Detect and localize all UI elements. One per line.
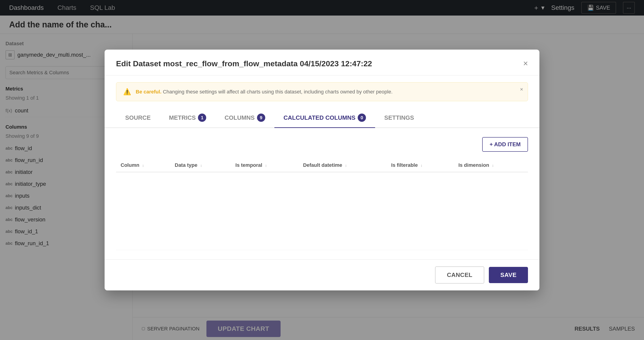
col-header-temporal: Is temporal ↕: [231, 159, 299, 172]
tab-metrics[interactable]: METRICS 1: [160, 108, 215, 128]
add-item-button[interactable]: + ADD ITEM: [482, 137, 528, 152]
alert-text: Be careful. Changing these settings will…: [136, 88, 392, 96]
warning-icon: ⚠️: [123, 88, 131, 96]
sort-icon: ↕: [200, 164, 202, 168]
modal-tabs: SOURCE METRICS 1 COLUMNS 9 CALCULATED CO…: [104, 108, 540, 128]
sort-icon: ↕: [492, 164, 494, 168]
edit-dataset-modal: Edit Dataset most_rec_flow_from_flow_met…: [104, 50, 540, 290]
col-header-filterable: Is filterable ↕: [386, 159, 454, 172]
modal-overlay: Edit Dataset most_rec_flow_from_flow_met…: [0, 0, 644, 340]
col-header-column: Column ↕: [116, 159, 170, 172]
metrics-badge: 1: [198, 114, 206, 122]
sort-icon: ↕: [421, 164, 422, 168]
modal-header: Edit Dataset most_rec_flow_from_flow_met…: [104, 50, 540, 75]
modal-footer: CANCEL SAVE: [104, 259, 540, 290]
calculated-columns-badge: 0: [358, 114, 366, 122]
sort-icon: ↕: [345, 164, 347, 168]
tab-columns[interactable]: COLUMNS 9: [215, 108, 274, 128]
col-header-datatype: Data type ↕: [170, 159, 231, 172]
tab-settings[interactable]: SETTINGS: [375, 109, 423, 128]
alert-banner: ⚠️ Be careful. Changing these settings w…: [116, 82, 528, 101]
tab-calculated-columns[interactable]: CALCULATED COLUMNS 0: [274, 108, 375, 128]
col-header-dimension: Is dimension ↕: [454, 159, 528, 172]
save-modal-button[interactable]: SAVE: [489, 267, 528, 283]
columns-badge: 9: [257, 114, 265, 122]
modal-title: Edit Dataset most_rec_flow_from_flow_met…: [116, 59, 372, 68]
modal-body: + ADD ITEM Column ↕ Data type ↕: [104, 128, 540, 259]
empty-table-area: [120, 177, 524, 245]
sort-icon: ↕: [265, 164, 267, 168]
columns-table: Column ↕ Data type ↕ Is temporal ↕ Def: [116, 159, 528, 250]
sort-icon: ↕: [142, 164, 144, 168]
alert-close-button[interactable]: ×: [520, 86, 523, 93]
tab-source[interactable]: SOURCE: [116, 109, 160, 128]
cancel-button[interactable]: CANCEL: [435, 266, 484, 284]
col-header-datetime: Default datetime ↕: [298, 159, 386, 172]
modal-close-button[interactable]: ×: [523, 59, 528, 68]
